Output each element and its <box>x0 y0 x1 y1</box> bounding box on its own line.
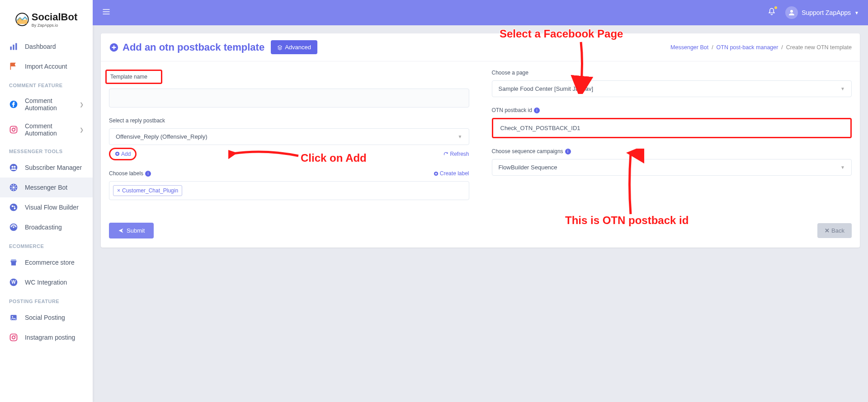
plus-circle-icon <box>434 171 439 176</box>
form-footer: Submit ✕ Back <box>101 218 860 248</box>
logo-icon <box>15 13 29 26</box>
plus-circle-icon <box>115 151 120 156</box>
sidebar-item-label: Broadcasting <box>25 224 62 231</box>
sidebar-item-ig-posting[interactable]: Instagram posting <box>0 327 93 347</box>
labels-input[interactable]: × Customer_Chat_Plugin <box>109 181 469 200</box>
svg-point-8 <box>10 164 18 172</box>
svg-point-25 <box>15 335 16 336</box>
label-tag: × Customer_Chat_Plugin <box>113 185 182 196</box>
sidebar-item-dashboard[interactable]: Dashboard <box>0 37 93 56</box>
sidebar-item-flow-builder[interactable]: Visual Flow Builder <box>0 197 93 217</box>
hamburger-icon[interactable] <box>102 7 111 18</box>
sequence-select[interactable]: FlowBuilder Sequence ▼ <box>492 159 852 176</box>
sidebar-item-label: Comment Automation <box>25 97 80 112</box>
info-icon: i <box>145 171 151 177</box>
section-ecommerce: ECOMMERCE <box>0 237 93 252</box>
otn-id-input[interactable] <box>494 120 850 136</box>
svg-point-26 <box>790 10 793 13</box>
broadcast-icon <box>9 223 18 232</box>
svg-point-10 <box>14 166 15 168</box>
flag-icon <box>9 62 18 71</box>
caret-down-icon: ▼ <box>854 10 859 15</box>
bar-chart-icon <box>9 42 18 51</box>
card-header: Add an otn postback template Advanced Me… <box>101 33 860 61</box>
breadcrumb: Messenger Bot / OTN post-back manager / … <box>670 44 852 51</box>
refresh-link[interactable]: Refresh <box>443 151 469 157</box>
template-name-label: Template name <box>110 74 147 80</box>
svg-rect-2 <box>13 45 14 50</box>
gear-icon <box>9 183 18 192</box>
create-label-link[interactable]: Create label <box>434 170 469 177</box>
svg-rect-5 <box>10 126 17 133</box>
svg-point-22 <box>12 316 13 318</box>
sidebar-item-label: Import Account <box>25 63 67 70</box>
svg-point-12 <box>13 187 15 189</box>
send-icon <box>118 228 124 234</box>
back-button[interactable]: ✕ Back <box>817 223 852 238</box>
flow-icon <box>9 203 18 212</box>
sidebar-item-import[interactable]: Import Account <box>0 56 93 76</box>
avatar-icon <box>785 6 798 19</box>
svg-rect-18 <box>11 262 16 266</box>
content: Select a Facebook Page Add an otn postba… <box>93 25 868 402</box>
caret-down-icon: ▼ <box>840 165 845 170</box>
svg-point-6 <box>12 128 15 131</box>
sidebar: SocialBot By ZapApps.io Dashboard Import… <box>0 0 93 402</box>
sidebar-item-label: Dashboard <box>25 43 56 50</box>
image-icon <box>9 313 18 322</box>
section-comment-feature: COMMENT FEATURE <box>0 76 93 92</box>
caret-down-icon: ▼ <box>458 134 462 139</box>
info-icon: i <box>565 149 571 154</box>
breadcrumb-link[interactable]: OTN post-back manager <box>717 44 778 51</box>
logo-text: SocialBot <box>32 11 77 23</box>
sidebar-item-wc-integration[interactable]: W WC Integration <box>0 272 93 292</box>
caret-down-icon: ▼ <box>840 86 845 91</box>
users-icon <box>9 163 18 172</box>
user-menu[interactable]: Support ZapApps ▼ <box>785 6 859 19</box>
plus-circle-icon <box>109 42 119 52</box>
advanced-button[interactable]: Advanced <box>271 40 317 54</box>
sidebar-item-label: Social Posting <box>25 314 65 321</box>
svg-rect-14 <box>12 206 13 207</box>
choose-page-select[interactable]: Sample Food Center [Sumit Jadhav] ▼ <box>492 80 852 97</box>
instagram-icon <box>9 125 18 134</box>
sidebar-item-comment-ig[interactable]: Comment Automation ❯ <box>0 117 93 142</box>
notification-button[interactable] <box>767 7 776 18</box>
choose-page-label: Choose a page <box>492 70 852 76</box>
logo-subtitle: By ZapApps.io <box>32 23 77 28</box>
layers-icon <box>277 45 283 50</box>
sequence-label: Choose sequence campaigns i <box>492 148 852 154</box>
svg-point-9 <box>11 166 13 168</box>
reply-postback-select[interactable]: Offensive_Reply (Offensive_Reply) ▼ <box>109 128 469 145</box>
svg-text:W: W <box>11 280 16 285</box>
template-name-input[interactable] <box>109 89 469 108</box>
reply-postback-label: Select a reply postback <box>109 117 469 124</box>
section-posting: POSTING FEATURE <box>0 292 93 308</box>
svg-point-13 <box>10 204 18 211</box>
sidebar-item-subscriber[interactable]: Subscriber Manager <box>0 158 93 178</box>
page-title: Add an otn postback template <box>109 42 264 53</box>
refresh-icon <box>443 152 448 157</box>
breadcrumb-link[interactable]: Messenger Bot <box>670 44 708 51</box>
choose-labels-label: Choose labels i <box>109 170 151 177</box>
chevron-right-icon: ❯ <box>80 102 84 108</box>
sidebar-item-ecommerce[interactable]: Ecommerce store <box>0 252 93 272</box>
sidebar-item-broadcasting[interactable]: Broadcasting <box>0 217 93 237</box>
notification-dot <box>774 6 777 9</box>
left-column: Template name Select a reply postback Of… <box>109 70 469 210</box>
sidebar-item-social-posting[interactable]: Social Posting <box>0 308 93 327</box>
remove-tag-button[interactable]: × <box>117 187 120 194</box>
section-messenger-tools: MESSENGER TOOLS <box>0 142 93 158</box>
submit-button[interactable]: Submit <box>109 223 154 238</box>
sidebar-item-label: Messenger Bot <box>25 184 67 191</box>
sidebar-item-messenger-bot[interactable]: Messenger Bot <box>0 178 93 197</box>
chevron-right-icon: ❯ <box>80 127 84 133</box>
svg-rect-23 <box>10 334 17 341</box>
instagram-icon <box>9 333 18 342</box>
add-link[interactable]: Add <box>115 151 131 157</box>
svg-rect-1 <box>10 47 12 50</box>
sidebar-item-label: WC Integration <box>25 279 67 286</box>
sidebar-item-comment-fb[interactable]: Comment Automation ❯ <box>0 92 93 117</box>
main: Support ZapApps ▼ Select a Facebook Page… <box>93 0 868 402</box>
svg-point-24 <box>12 336 15 339</box>
